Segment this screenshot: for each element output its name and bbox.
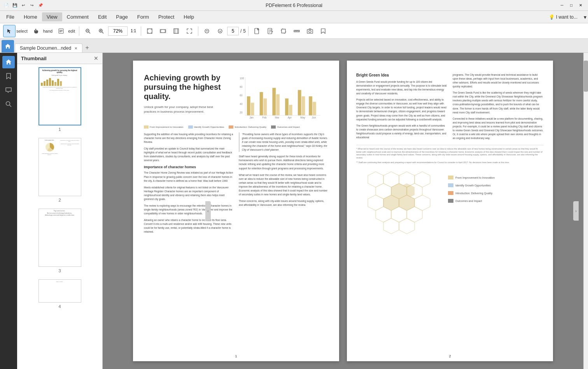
bookmark-button[interactable] bbox=[317, 25, 329, 37]
page2-section2: Projects will be selected based on innov… bbox=[356, 98, 447, 121]
menu-home[interactable]: Home bbox=[19, 12, 42, 21]
svg-rect-61 bbox=[263, 98, 267, 115]
page2-right-sec3: Connected to these initiatives would be … bbox=[453, 117, 544, 140]
window-title: PDFelement 6 Professional bbox=[266, 3, 322, 8]
page1-quote: "Providing home owners with these types … bbox=[239, 132, 328, 152]
page1-subtitle: Unlock growth for your company, adopt th… bbox=[144, 105, 226, 114]
current-page-input[interactable] bbox=[227, 27, 239, 35]
title-bar-left: 📄 💾 ↩ ↪ 📌 bbox=[3, 2, 44, 9]
minimize-button[interactable]: ─ bbox=[558, 2, 566, 9]
svg-text:Mar: Mar bbox=[275, 116, 280, 119]
tool-group-hand: hand bbox=[30, 25, 54, 37]
actual-size-button[interactable] bbox=[170, 25, 182, 37]
home-tab[interactable] bbox=[2, 40, 14, 52]
page2-right-col: programs. The City would provide financi… bbox=[453, 73, 544, 140]
edit2-button[interactable] bbox=[264, 25, 276, 37]
page2-bottom: From Improvement to Innovation Identify … bbox=[356, 168, 544, 245]
thumbnail-list: Achieving growth by pursuing the highest… bbox=[17, 64, 102, 369]
pin-icon[interactable]: 📌 bbox=[37, 2, 44, 9]
sidebar-item-comment[interactable] bbox=[2, 84, 15, 96]
pdf-page-1: Achieving growth by pursuing the highest… bbox=[133, 61, 339, 361]
total-pages: 5 bbox=[243, 28, 246, 34]
i-want-to-button[interactable]: 💡 I want to... bbox=[546, 14, 581, 21]
page2-footnote2: ** Staff are continuing their analysis a… bbox=[356, 161, 544, 164]
page1-importance-heading: Importance of character homes bbox=[144, 165, 233, 169]
zoom-out-button[interactable] bbox=[82, 25, 94, 37]
svg-text:80: 80 bbox=[240, 85, 243, 88]
page-separator: / bbox=[240, 28, 242, 34]
zoom-input[interactable] bbox=[108, 26, 128, 36]
prev-page-button[interactable] bbox=[201, 25, 213, 37]
document-tab[interactable]: Sample Documen...nded ✕ bbox=[15, 44, 82, 52]
crop-button[interactable] bbox=[277, 25, 290, 37]
scrollbar-thumb[interactable] bbox=[584, 61, 588, 92]
pdf-area[interactable]: ‹ Achieving growth by pursuing the highe… bbox=[103, 53, 583, 369]
ruler-button[interactable] bbox=[290, 25, 303, 37]
edit-tool-button[interactable] bbox=[55, 25, 67, 37]
thumbnail-page-3[interactable]: Page content text here... More text cont… bbox=[20, 209, 99, 273]
zoom-in-button[interactable] bbox=[95, 25, 107, 37]
svg-rect-67 bbox=[302, 96, 305, 115]
menu-protect[interactable]: Protect bbox=[154, 12, 179, 21]
separator-1 bbox=[79, 26, 79, 36]
sidebar-item-bookmark[interactable] bbox=[2, 70, 15, 82]
menu-file[interactable]: File bbox=[2, 12, 19, 21]
page1-col-left: Supporting the addition of new housing w… bbox=[144, 132, 233, 234]
sidebar-item-search[interactable] bbox=[2, 98, 15, 110]
menu-help[interactable]: Help bbox=[179, 12, 199, 21]
page1-col-right: "Providing home owners with these types … bbox=[239, 132, 328, 234]
collapse-menu-button[interactable]: ▾ bbox=[584, 14, 586, 20]
select-tool-button[interactable] bbox=[3, 25, 16, 37]
menu-view[interactable]: View bbox=[42, 12, 62, 21]
page2-right-sec2: The Green Seeds Fund is like the scatter… bbox=[453, 91, 544, 114]
fit-actual-button[interactable]: 1:1 bbox=[128, 25, 138, 37]
svg-marker-86 bbox=[383, 218, 399, 234]
sidebar-item-home[interactable] bbox=[2, 56, 15, 68]
hand-tool-button[interactable] bbox=[30, 25, 42, 37]
svg-rect-64 bbox=[285, 98, 289, 115]
fit-page-button[interactable] bbox=[144, 25, 156, 37]
close-button[interactable]: ✕ bbox=[576, 2, 585, 9]
left-collapse-handle[interactable]: ‹ bbox=[205, 201, 211, 221]
svg-rect-63 bbox=[276, 94, 280, 116]
page2-bright-green-title: Bright Green Idea bbox=[356, 73, 447, 77]
thumbnail-page-2[interactable]: Lorem ipsum text... Meets established cr… bbox=[20, 138, 99, 202]
undo-icon[interactable]: ↩ bbox=[20, 2, 26, 9]
save-icon[interactable]: 💾 bbox=[12, 2, 18, 9]
menu-page[interactable]: Page bbox=[111, 12, 132, 21]
svg-line-6 bbox=[89, 32, 90, 33]
menu-edit[interactable]: Edit bbox=[93, 12, 111, 21]
maximize-button[interactable]: □ bbox=[567, 2, 576, 9]
thumbnail-img-1: Achieving growth by pursuing the highest… bbox=[38, 67, 81, 125]
page2-legend-item-2: Identify Growth Opportunities bbox=[448, 183, 544, 187]
thumbnail-header: Thumbnail ✕ bbox=[17, 53, 102, 64]
redo-icon[interactable]: ↪ bbox=[29, 2, 35, 9]
page1-chart: 100 80 60 40 20 Jan Feb Mar Apr May Jun bbox=[232, 73, 328, 120]
svg-marker-72 bbox=[368, 172, 383, 187]
camera-button[interactable] bbox=[304, 25, 316, 37]
legend-item-3: Introduction: Delivering Quality bbox=[229, 125, 266, 129]
fit-width-button[interactable] bbox=[157, 25, 169, 37]
menu-form[interactable]: Form bbox=[133, 12, 154, 21]
add-tab-button[interactable]: + bbox=[82, 43, 92, 52]
svg-rect-66 bbox=[298, 90, 301, 115]
right-collapse-handle[interactable]: › bbox=[573, 201, 579, 221]
page2-legend-color-4 bbox=[448, 199, 453, 203]
svg-rect-32 bbox=[282, 29, 285, 33]
thumbnail-page-4[interactable]: Page 4 content... 4 bbox=[20, 279, 99, 309]
thumbnail-page-1[interactable]: Achieving growth by pursuing the highest… bbox=[20, 67, 99, 132]
thumbnail-num-2: 2 bbox=[20, 198, 99, 202]
svg-text:40: 40 bbox=[240, 103, 243, 105]
page1-council-text: City staff provided an update to Council… bbox=[144, 147, 233, 162]
thumbnail-close-button[interactable]: ✕ bbox=[94, 55, 98, 61]
vertical-scrollbar[interactable] bbox=[583, 53, 588, 369]
new-document-button[interactable] bbox=[251, 25, 263, 37]
menu-comment[interactable]: Comment bbox=[62, 12, 93, 21]
page2-legend-item-3: Introduction: Delivering Quality bbox=[448, 191, 544, 195]
svg-rect-68 bbox=[309, 96, 312, 115]
fullscreen-button[interactable] bbox=[183, 25, 196, 37]
next-page-button[interactable] bbox=[214, 25, 226, 37]
window-controls: ─ □ ✕ bbox=[558, 2, 585, 9]
page1-supporting-text: Supporting the addition of new housing w… bbox=[144, 132, 233, 144]
tab-close-button[interactable]: ✕ bbox=[74, 46, 77, 50]
